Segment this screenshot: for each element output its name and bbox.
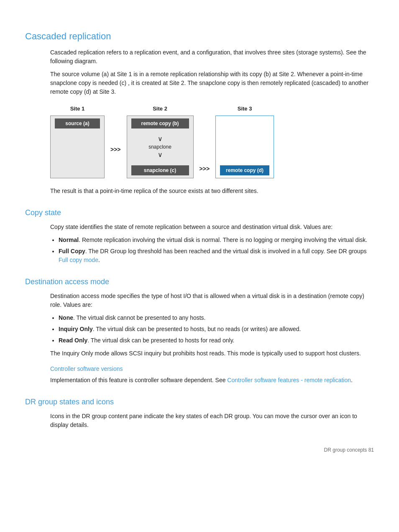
none-bold: None [59, 314, 73, 321]
site1-box: source (a) [50, 116, 105, 178]
dam-para2: The Inquiry Only mode allows SCSI inquir… [50, 349, 370, 358]
cascaded-replication-para3: The result is that a point-in-time repli… [50, 187, 370, 195]
controller-software-para-text: Implementation of this feature is contro… [50, 377, 227, 383]
site3-remote-copy-label: remote copy (d) [220, 165, 269, 175]
vee-icon-top: ∨ [158, 136, 163, 142]
fullcopy-bold: Full Copy [59, 248, 85, 254]
snapclone-area: ∨ snapclone ∨ [131, 129, 189, 165]
replication-diagram: Site 1 source (a) >>> Site 2 remote copy… [50, 105, 370, 178]
dam-item-inquiry: Inquiry Only. The virtual disk can be pr… [59, 325, 370, 334]
arrow1: >>> [105, 145, 127, 154]
destination-access-mode-para1: Destination access mode specifies the ty… [50, 292, 370, 309]
full-copy-mode-link[interactable]: Full copy mode [59, 257, 98, 263]
copy-state-para1: Copy state identifies the state of remot… [50, 223, 370, 231]
cascaded-replication-para2: The source volume (a) at Site 1 is in a … [50, 70, 370, 96]
cascaded-replication-title: Cascaded replication [25, 29, 374, 43]
normal-bold: Normal [59, 236, 79, 243]
cascaded-replication-content: Cascaded replication refers to a replica… [50, 48, 370, 195]
copy-state-content: Copy state identifies the state of remot… [50, 223, 370, 265]
copy-state-title: Copy state [25, 207, 374, 218]
vee-icon-bottom: ∨ [158, 152, 163, 158]
destination-access-mode-title: Destination access mode [25, 276, 374, 288]
dam-item-none: None. The virtual disk cannot be present… [59, 314, 370, 322]
normal-text: . Remote replication involving the virtu… [79, 236, 367, 243]
controller-software-versions-title: Controller software versions [50, 365, 370, 373]
footer-text: DR group concepts 81 [324, 446, 374, 454]
site2-label: Site 2 [153, 105, 167, 113]
destination-access-mode-content: Destination access mode specifies the ty… [50, 292, 370, 385]
site2-block: Site 2 remote copy (b) ∨ snapclone ∨ sna… [127, 105, 194, 178]
inquiry-text: . The virtual disk can be presented to h… [93, 326, 301, 332]
snapclone-text: snapclone [148, 143, 171, 151]
site2-remote-copy-label: remote copy (b) [131, 118, 189, 129]
dr-group-states-para1: Icons in the DR group content pane indic… [50, 412, 370, 429]
site3-label: Site 3 [238, 105, 252, 113]
destination-access-mode-list: None. The virtual disk cannot be present… [59, 314, 370, 345]
site1-block: Site 1 source (a) [50, 105, 105, 178]
copy-state-item-normal: Normal. Remote replication involving the… [59, 236, 370, 244]
dr-group-states-title: DR group states and icons [25, 396, 374, 408]
controller-software-features-link[interactable]: Controller software features - remote re… [227, 377, 351, 383]
none-text: . The virtual disk cannot be presented t… [73, 314, 205, 321]
site3-block: Site 3 remote copy (d) [215, 105, 274, 178]
arrow2: >>> [194, 164, 216, 173]
dr-group-states-content: Icons in the DR group content pane indic… [50, 412, 370, 429]
site3-box: remote copy (d) [215, 116, 274, 178]
fullcopy-suffix: . [98, 257, 100, 263]
dam-item-readonly: Read Only. The virtual disk can be prese… [59, 336, 370, 345]
page-footer: DR group concepts 81 [25, 446, 374, 454]
site1-source-label: source (a) [55, 118, 100, 129]
site1-label: Site 1 [70, 105, 85, 113]
readonly-text: . The virtual disk can be presented to h… [87, 337, 234, 344]
cascaded-replication-para1: Cascaded replication refers to a replica… [50, 48, 370, 66]
fullcopy-text: . The DR Group log threshold has been re… [85, 248, 367, 254]
site2-box: remote copy (b) ∨ snapclone ∨ snapclone … [127, 116, 194, 178]
copy-state-item-fullcopy: Full Copy. The DR Group log threshold ha… [59, 247, 370, 265]
readonly-bold: Read Only [59, 337, 87, 344]
copy-state-list: Normal. Remote replication involving the… [59, 236, 370, 265]
controller-software-para-suffix: . [351, 377, 353, 383]
inquiry-bold: Inquiry Only [59, 326, 93, 332]
controller-software-versions-para: Implementation of this feature is contro… [50, 376, 370, 385]
site2-snapclone-label: snapclone (c) [131, 165, 189, 175]
